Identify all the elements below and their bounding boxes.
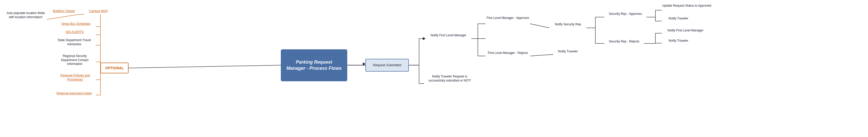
regional-security-label: Regional Security Department Contact Inf… [55, 54, 95, 66]
svg-line-16 [530, 54, 553, 56]
regional-hotels-label: Regional Approved Hotels [57, 91, 92, 95]
sig-alerts-label: SIG ALERTS [66, 30, 84, 34]
auto-populate-label: Auto populate location fields with locat… [5, 11, 47, 19]
first-level-rejects-label: First Level Manager - Rejects [488, 51, 528, 55]
state-dept-node: State Department Travel Advisories [55, 38, 94, 46]
center-node: Parking Request Manager - Process Flows [281, 49, 347, 81]
notify-traveler-submit-label: Notify Traveler Request is successfully … [424, 75, 475, 83]
campus-map-label: Campus MAP [89, 9, 108, 13]
auto-populate-node: Auto populate location fields with locat… [5, 11, 47, 19]
regional-security-node: Regional Security Department Contact Inf… [55, 54, 95, 66]
security-rep-approves-label: Security Rep - Approves [609, 12, 642, 16]
request-submitted-node: Request Submitted [365, 59, 409, 72]
notify-first-level-manager2-label: Notify First Level Manager [668, 29, 703, 33]
building-clicked-node: Building Clicked [49, 9, 79, 13]
update-request-status-node: Update Request Status to Approved [662, 4, 712, 8]
sig-alerts-node: SIG ALERTS [61, 30, 89, 34]
notify-security-rep-label: Notify Security Rep [555, 23, 581, 27]
optional-node: OPTIONAL [100, 63, 128, 73]
svg-line-24 [655, 21, 662, 21]
optional-label: OPTIONAL [105, 66, 124, 70]
regional-policies-node: Regional Policies and Procedures [56, 74, 94, 82]
center-label: Parking Request Manager - Process Flows [286, 59, 342, 71]
request-submitted-label: Request Submitted [373, 63, 401, 67]
svg-marker-29 [363, 62, 365, 65]
building-clicked-label: Building Clicked [53, 9, 74, 13]
notify-first-level-node: Notify First Level Manager [426, 33, 471, 37]
svg-marker-30 [423, 37, 426, 40]
notify-traveler-approved-node: Notify Traveler [662, 17, 695, 21]
notify-traveler-reject-label: Notify Traveler [558, 50, 578, 54]
notify-traveler-reject-node: Notify Traveler [553, 50, 583, 54]
svg-line-9 [128, 65, 281, 68]
security-rep-rejects-label: Security Rep - Rejects [609, 39, 639, 44]
show-bus-schedules-node: Show Bus Schedules [56, 22, 96, 26]
svg-line-0 [47, 14, 79, 20]
show-bus-schedules-label: Show Bus Schedules [62, 22, 90, 26]
first-level-approves-label: First Level Manager - Approves [487, 16, 529, 20]
security-rep-approves-node: Security Rep - Approves [604, 12, 647, 16]
connector-lines [0, 0, 868, 137]
notify-traveler-submit-node: Notify Traveler Request is successfully … [424, 75, 475, 83]
campus-map-node: Campus MAP [84, 9, 113, 13]
notify-first-level-manager2-node: Notify First Level Manager [662, 29, 709, 33]
state-dept-label: State Department Travel Advisories [55, 38, 94, 46]
update-request-status-label: Update Request Status to Approved [662, 4, 711, 8]
first-level-rejects-node: First Level Manager - Rejects [486, 51, 530, 55]
notify-traveler-approved-label: Notify Traveler [669, 17, 688, 21]
regional-policies-label: Regional Policies and Procedures [56, 74, 94, 82]
notify-security-rep-node: Notify Security Rep [549, 23, 586, 27]
notify-traveler3-node: Notify Traveler [662, 39, 695, 43]
first-level-approves-node: First Level Manager - Approves [486, 16, 530, 20]
regional-hotels-node: Regional Approved Hotels [55, 91, 94, 95]
security-rep-rejects-node: Security Rep - Rejects [604, 39, 644, 44]
svg-line-15 [530, 24, 549, 28]
mindmap-diagram: Auto populate location fields with locat… [0, 0, 868, 137]
notify-traveler3-label: Notify Traveler [669, 39, 688, 43]
notify-first-level-label: Notify First Level Manager [431, 33, 466, 37]
